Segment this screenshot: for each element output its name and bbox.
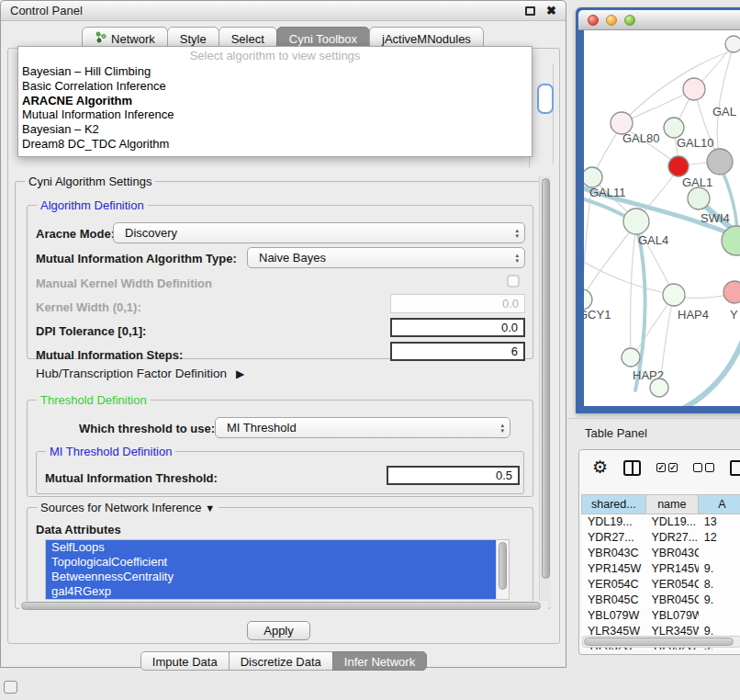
manual-kernel-label: Manual Kernel Width Definition	[36, 277, 212, 290]
attribute-item-topologicalcoefficient[interactable]: TopologicalCoefficient	[46, 555, 496, 570]
float-icon[interactable]	[525, 6, 535, 16]
table-row[interactable]: YPR145WYPR145W9.	[582, 561, 740, 577]
which-threshold-combo[interactable]: MI Threshold ▴▾	[215, 417, 510, 438]
network-edge[interactable]	[584, 224, 635, 297]
network-graph: GALGAL80GAL10GAL1GAL11SWI4GAL4GCY1HAP4YH…	[584, 30, 740, 406]
table-cell: YBL079W	[582, 608, 645, 624]
scrollbar-thumb[interactable]	[21, 602, 541, 610]
table-row[interactable]: YER054CYER054C8.	[582, 577, 740, 593]
table-cell: YDR27...	[645, 530, 698, 546]
network-node-gal1[interactable]	[668, 156, 689, 176]
scrollbar-thumb[interactable]	[584, 638, 734, 646]
network-edge[interactable]	[631, 226, 636, 355]
network-node-gal10[interactable]	[664, 118, 684, 138]
popup-item-mutual-information-inference[interactable]: Mutual Information Inference	[18, 107, 532, 122]
gear-icon[interactable]: ⚙	[592, 458, 608, 477]
network-node-gcy1[interactable]	[584, 289, 592, 310]
table-cell: YDL19...	[645, 514, 698, 530]
network-node-gal11[interactable]	[584, 167, 602, 187]
network-node-swi4[interactable]	[688, 187, 710, 209]
network-node-hap2[interactable]	[622, 348, 640, 367]
tab-jactivemnodules[interactable]: jActiveMNodules	[369, 27, 484, 48]
table-row[interactable]: YBL079WYBL079W	[582, 608, 740, 624]
popup-item-aracne-algorithm[interactable]: ARACNE Algorithm	[18, 94, 532, 108]
columns-icon[interactable]	[623, 460, 641, 476]
column-header-a[interactable]: A	[698, 494, 740, 514]
popup-item-bayesian-k2[interactable]: Bayesian – K2	[18, 122, 532, 137]
tab-select[interactable]: Select	[219, 27, 277, 48]
table-header-row: shared...nameA	[582, 494, 740, 514]
attribute-item-selfloops[interactable]: SelfLoops	[46, 540, 496, 555]
algorithm-definition-title: Algorithm Definition	[37, 198, 148, 212]
network-canvas[interactable]: GALGAL80GAL10GAL1GAL11SWI4GAL4GCY1HAP4YH…	[584, 30, 740, 406]
algorithm-combo-fragment[interactable]	[537, 84, 554, 114]
document-icon[interactable]	[730, 460, 740, 476]
close-icon[interactable]: ✖	[546, 6, 556, 16]
node-label: GAL	[712, 105, 736, 119]
mi-threshold-field[interactable]: 0.5	[387, 466, 520, 485]
network-node-hap4[interactable]	[663, 284, 685, 306]
network-node-gal4[interactable]	[623, 209, 649, 234]
panel-grip-icon[interactable]	[4, 681, 17, 694]
network-edge-highlight[interactable]	[657, 343, 740, 406]
zoom-traffic-light[interactable]	[624, 15, 635, 26]
tab-style[interactable]: Style	[167, 27, 219, 48]
tab-network[interactable]: Network	[82, 27, 168, 48]
deselect-all-checks-icon[interactable]	[693, 463, 714, 472]
table-cell: 8.	[699, 577, 740, 593]
table-row[interactable]: YDR27...YDR27...12	[582, 530, 740, 546]
table-cell	[699, 608, 740, 624]
network-node-gal[interactable]	[683, 78, 705, 100]
data-attributes-list: SelfLoopsTopologicalCoefficientBetweenne…	[45, 539, 510, 600]
network-window-titlebar[interactable]	[578, 10, 740, 30]
mi-threshold-label: Mutual Information Threshold:	[45, 471, 218, 485]
table-horizontal-scrollbar[interactable]	[582, 636, 740, 648]
dpi-tolerance-field[interactable]: 0.0	[390, 318, 525, 337]
sources-group-title: Sources for Network Inference ▼	[37, 501, 219, 514]
hub-definition-expander[interactable]: Hub/Transcription Factor Definition▶	[36, 367, 244, 380]
network-edge[interactable]	[633, 297, 673, 356]
tab-label: Style	[180, 32, 207, 46]
mi-steps-field[interactable]: 6	[390, 342, 525, 361]
network-node-y[interactable]	[723, 281, 740, 303]
column-header-shared[interactable]: shared...	[581, 494, 646, 514]
popup-item-dream8-dc-tdc-algorithm[interactable]: Dream8 DC_TDC Algorithm	[18, 137, 532, 152]
table-cell: YPR145W	[582, 561, 645, 577]
list-vertical-scrollbar[interactable]	[496, 540, 509, 599]
table-cell: YBR045C	[645, 593, 698, 608]
table-cell: YDR27...	[582, 530, 645, 546]
node-label: GAL80	[622, 131, 659, 145]
manual-kernel-checkbox[interactable]	[507, 275, 520, 288]
table-row[interactable]: YDL19...YDL19...13	[582, 514, 740, 530]
tab-infer-network[interactable]: Infer Network	[332, 651, 427, 671]
scrollbar-thumb[interactable]	[499, 542, 507, 590]
close-traffic-light[interactable]	[588, 15, 599, 26]
tab-cyni-toolbox[interactable]: Cyni Toolbox	[276, 27, 370, 48]
kernel-width-field[interactable]: 0.0	[390, 294, 525, 313]
aracne-mode-combo[interactable]: Discovery ▴▾	[113, 222, 525, 243]
table-cell: YBR043C	[582, 546, 645, 561]
popup-item-bayesian-hill-climbing[interactable]: Bayesian – Hill Climbing	[18, 64, 532, 79]
attribute-item-betweennesscentrality[interactable]: BetweennessCentrality	[46, 570, 496, 584]
node-label: Y	[730, 308, 738, 322]
network-edge[interactable]	[584, 260, 673, 295]
attribute-item-gal4rgexp[interactable]: gal4RGexp	[46, 584, 496, 599]
table-row[interactable]: YBR043CYBR043C	[582, 546, 740, 561]
column-header-name[interactable]: name	[645, 494, 699, 514]
apply-button[interactable]: Apply	[247, 621, 310, 640]
scrollbar-thumb[interactable]	[542, 178, 550, 579]
popup-item-basic-correlation-inference[interactable]: Basic Correlation Inference	[18, 79, 532, 94]
network-node[interactable]	[725, 36, 740, 52]
network-node[interactable]	[650, 378, 668, 397]
mi-type-combo[interactable]: Naive Bayes ▴▾	[247, 247, 525, 268]
minimize-traffic-light[interactable]	[606, 15, 617, 26]
tab-impute-data[interactable]: Impute Data	[140, 651, 230, 671]
table-cell	[699, 546, 740, 561]
spinner-arrows-icon: ▴▾	[515, 253, 519, 264]
network-node[interactable]	[707, 149, 733, 175]
table-row[interactable]: YBR045CYBR045C9.	[582, 593, 740, 608]
settings-vertical-scrollbar[interactable]	[539, 175, 551, 607]
tab-discretize-data[interactable]: Discretize Data	[229, 651, 333, 671]
settings-horizontal-scrollbar[interactable]	[19, 601, 548, 612]
select-all-checks-icon[interactable]: ✓✓	[656, 463, 678, 472]
